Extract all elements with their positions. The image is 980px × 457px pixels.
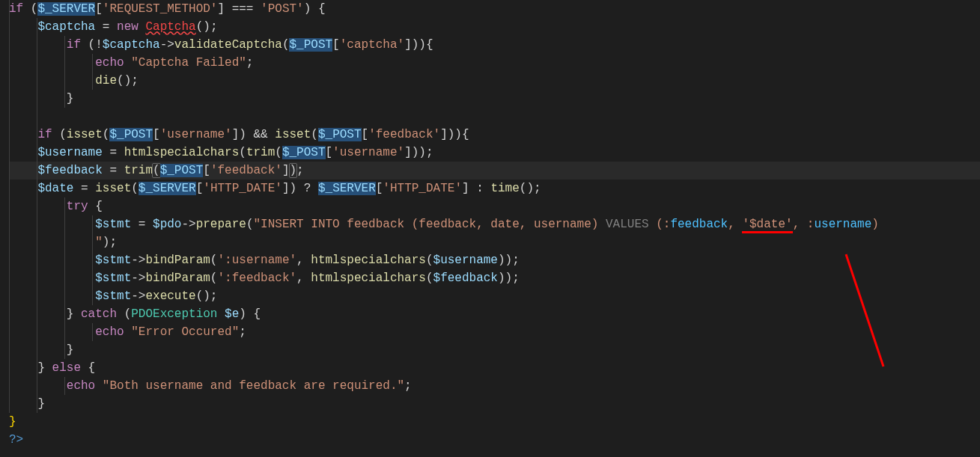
token-punct: ,: [296, 254, 311, 267]
token-fn: trim: [124, 164, 153, 177]
token-superglobal: $_SERVER: [37, 2, 95, 16]
token-punct: ,: [296, 272, 311, 285]
indent-guide: [64, 377, 65, 395]
token-punct: [: [332, 38, 340, 52]
indent-guide: [64, 269, 65, 287]
code-line[interactable]: $stmt->bindParam(':username', htmlspecia…: [9, 251, 980, 269]
indent-guide: [64, 72, 65, 90]
token-kw: try: [67, 200, 88, 213]
indent-guide: [37, 90, 37, 108]
token-var: $stmt: [95, 289, 131, 303]
indent-guide: [64, 341, 65, 359]
token-punct: [: [326, 146, 333, 159]
code-line[interactable]: $feedback = trim($_POST['feedback']);: [9, 162, 980, 180]
token-kw: catch: [81, 307, 117, 321]
code-line[interactable]: $captcha = new Captcha();: [9, 18, 980, 36]
code-line[interactable]: $stmt = $pdo->prepare("INSERT INTO feedb…: [9, 215, 980, 233]
token-punct: =: [131, 218, 153, 231]
token-punct: ));: [498, 272, 520, 285]
code-editor[interactable]: if ($_SERVER['REQUEST_METHOD'] === 'POST…: [0, 0, 980, 449]
token-punct: [124, 56, 132, 70]
token-var: $pdo: [153, 218, 181, 231]
token-op: ->: [181, 218, 195, 231]
token-str: 'POST': [261, 2, 304, 16]
token-fn: prepare: [196, 218, 246, 231]
indent-guide: [9, 90, 10, 108]
code-line[interactable]: echo "Error Occured";: [9, 323, 980, 341]
indent-guide: [37, 18, 37, 36]
code-line[interactable]: ");: [9, 233, 980, 251]
token-kw: echo: [95, 325, 124, 339]
token-punct: (: [131, 182, 139, 195]
token-punct: [: [376, 182, 383, 195]
token-param: username: [814, 218, 871, 231]
indent-guide: [64, 90, 65, 108]
indent-guide: [64, 36, 65, 54]
code-line[interactable]: $date = isset($_SERVER['HTTP_DATE']) ? $…: [9, 180, 980, 197]
token-str: 'HTTP_DATE': [383, 182, 462, 195]
code-line[interactable]: }: [9, 341, 980, 359]
indent-guide: [9, 126, 10, 144]
token-punct: ])){: [404, 38, 433, 52]
token-var: $stmt: [95, 218, 131, 231]
token-str: , :: [793, 218, 815, 231]
code-line[interactable]: try {: [9, 197, 980, 215]
code-line[interactable]: ?>: [9, 431, 980, 449]
indent-guide: [37, 287, 37, 305]
token-str: ): [871, 218, 879, 231]
indent-guide: [37, 72, 37, 90]
code-line[interactable]: $stmt->bindParam(':feedback', htmlspecia…: [9, 269, 980, 287]
code-line[interactable]: }: [9, 413, 980, 431]
indent-guide: [37, 144, 37, 162]
token-punct: ]: [217, 2, 231, 16]
token-superglobal: $_POST: [109, 128, 153, 141]
code-line[interactable]: if ($_SERVER['REQUEST_METHOD'] === 'POST…: [9, 0, 980, 18]
token-fn: execute: [145, 289, 195, 303]
token-brace-yellow: }: [9, 415, 16, 429]
indent-guide: [9, 108, 10, 126]
code-line[interactable]: echo "Captcha Failed";: [9, 54, 980, 72]
token-punct: (: [239, 146, 246, 159]
indent-guide: [92, 251, 93, 269]
token-punct: [139, 20, 146, 34]
code-line[interactable]: die();: [9, 72, 980, 90]
token-punct: ) {: [304, 2, 326, 16]
code-line[interactable]: [9, 108, 980, 126]
token-punct: (!: [81, 38, 103, 52]
token-superglobal: $_POST: [289, 38, 332, 52]
indent-guide: [37, 251, 37, 269]
token-kw: if: [9, 2, 23, 16]
code-line[interactable]: $stmt->execute();: [9, 287, 980, 305]
token-punct: ;: [246, 56, 254, 70]
token-punct: [124, 325, 132, 339]
token-op: ->: [131, 272, 145, 285]
token-str: "Error Occured": [131, 325, 239, 339]
indent-guide: [37, 180, 37, 197]
indent-guide: [92, 215, 93, 233]
code-line[interactable]: } catch (PDOException $e) {: [9, 305, 980, 323]
token-str: 'REQUEST_METHOD': [103, 2, 218, 16]
indent-guide: [9, 233, 10, 251]
code-line[interactable]: $username = htmlspecialchars(trim($_POST…: [9, 144, 980, 162]
indent-guide: [92, 287, 93, 305]
indent-guide: [64, 215, 65, 233]
code-line[interactable]: if (isset($_POST['username']) && isset($…: [9, 126, 980, 144]
token-superglobal: $_SERVER: [139, 182, 196, 195]
token-str: (:: [649, 218, 671, 231]
indent-guide: [37, 359, 37, 377]
indent-guide: [9, 215, 10, 233]
code-line[interactable]: }: [9, 90, 980, 108]
indent-guide: [64, 251, 65, 269]
code-line[interactable]: }: [9, 395, 980, 413]
token-punct: [: [196, 182, 204, 195]
token-superglobal: $_POST: [318, 128, 362, 141]
indent-guide: [37, 108, 37, 126]
indent-guide: [64, 287, 65, 305]
code-line[interactable]: } else {: [9, 359, 980, 377]
indent-guide: [9, 341, 10, 359]
token-kw: echo: [95, 56, 124, 70]
indent-guide: [37, 36, 37, 54]
code-line[interactable]: echo "Both username and feedback are req…: [9, 377, 980, 395]
code-line[interactable]: if (!$captcha->validateCaptcha($_POST['c…: [9, 36, 980, 54]
indent-guide: [37, 162, 37, 180]
